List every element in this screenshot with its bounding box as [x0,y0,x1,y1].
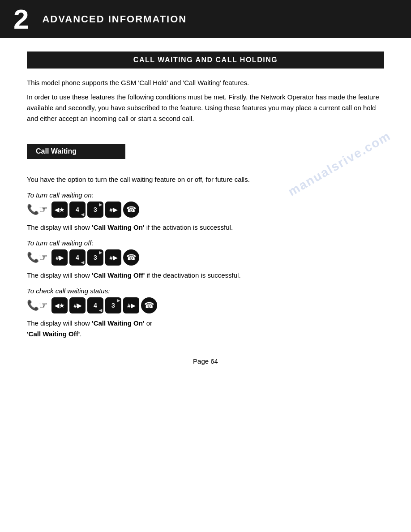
four-key-on: 4◀ [69,202,86,218]
check-result-bold2: 'Call Waiting Off' [27,330,80,338]
turn-off-result: The display will show 'Call Waiting Off'… [27,270,384,281]
hash-key-check2: #▶ [123,297,139,313]
turn-off-result-end: if the deactivation is successful. [145,271,240,279]
finger-icon-on: 📞☞ [27,204,48,215]
check-result-end: . [80,330,81,338]
check-result: The display will show 'Call Waiting On' … [27,318,384,339]
star-key-check: ◀★ [51,297,68,313]
star-key-on: ◀★ [51,202,68,218]
page-number: Page 64 [0,357,411,365]
turn-off-result-text: The display will show [27,271,92,279]
section-header: CALL WAITING AND CALL HOLDING [27,51,384,69]
phone-end-off: ☎ [123,249,139,266]
intro-paragraph-2: In order to use these features the follo… [27,92,384,124]
phone-end-on: ☎ [123,202,139,218]
turn-on-label: To turn call waiting on: [27,191,384,199]
hash-key-on: #▶ [105,202,121,218]
three-key-check: 3▶ [105,297,121,313]
turn-on-result-text: The display will show [27,223,92,231]
hash-key-off2: #▶ [105,249,121,266]
phone-end-check: ☎ [141,297,157,313]
turn-off-label: To turn call waiting off: [27,239,384,247]
chapter-title: ADVANCED INFORMATION [42,13,187,25]
check-label: To check call waiting status: [27,287,384,295]
check-result-text: The display will show [27,319,92,327]
turn-off-result-bold: 'Call Waiting Off' [92,271,145,279]
check-result-bold1: 'Call Waiting On' [92,319,144,327]
turn-on-result-bold: 'Call Waiting On' [92,223,144,231]
turn-on-key-sequence: 📞☞ ◀★ 4◀ 3▶ #▶ ☎ [27,202,384,218]
turn-on-result: The display will show 'Call Waiting On' … [27,222,384,233]
intro-paragraph-1: This model phone supports the GSM 'Call … [27,77,384,88]
turn-on-result-end: if the activation is successful. [144,223,233,231]
chapter-header: 2 ADVANCED INFORMATION [0,0,411,38]
check-result-or: or [144,319,152,327]
page-container: manualsrive.com 2 ADVANCED INFORMATION C… [0,0,411,532]
chapter-number: 2 [13,5,29,33]
hash-key-check1: #▶ [69,297,86,313]
four-key-off: 4◀ [69,249,86,266]
finger-icon-check: 📞☞ [27,300,48,311]
three-key-on: 3▶ [87,202,103,218]
finger-icon-off: 📞☞ [27,252,48,263]
three-key-off: 3▶ [87,249,103,266]
subsection-body: You have the option to turn the call wai… [27,174,384,185]
subsection-header-call-waiting: Call Waiting [27,144,125,159]
four-key-check: 4◀ [87,297,103,313]
check-key-sequence: 📞☞ ◀★ #▶ 4◀ 3▶ #▶ ☎ [27,297,384,313]
turn-off-key-sequence: 📞☞ #▶ 4◀ 3▶ #▶ ☎ [27,249,384,266]
hash-key-off1: #▶ [51,249,68,266]
content-area: CALL WAITING AND CALL HOLDING This model… [0,51,411,339]
